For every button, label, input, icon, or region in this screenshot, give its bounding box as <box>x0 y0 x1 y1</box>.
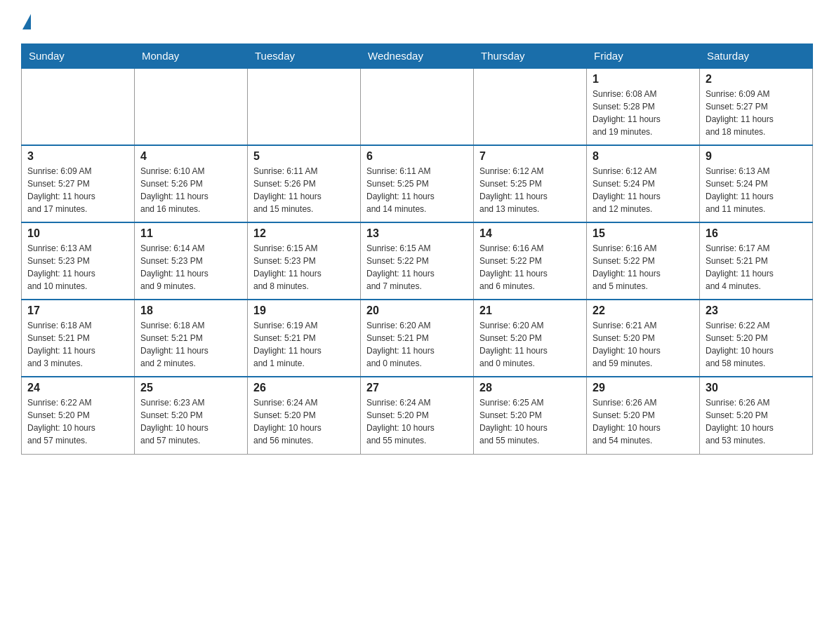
day-number: 16 <box>706 227 807 240</box>
weekday-header-sunday: Sunday <box>22 44 135 69</box>
day-number: 29 <box>593 382 694 394</box>
day-info: Sunrise: 6:23 AM Sunset: 5:20 PM Dayligh… <box>140 396 241 447</box>
day-number: 2 <box>706 73 807 86</box>
day-info: Sunrise: 6:26 AM Sunset: 5:20 PM Dayligh… <box>593 396 694 447</box>
day-info: Sunrise: 6:16 AM Sunset: 5:22 PM Dayligh… <box>479 242 581 293</box>
day-number: 6 <box>366 150 468 163</box>
day-number: 4 <box>140 150 241 163</box>
day-number: 28 <box>479 382 581 394</box>
calendar-cell: 14Sunrise: 6:16 AM Sunset: 5:22 PM Dayli… <box>474 222 587 300</box>
calendar-cell: 25Sunrise: 6:23 AM Sunset: 5:20 PM Dayli… <box>135 377 248 454</box>
week-row-1: 1Sunrise: 6:08 AM Sunset: 5:28 PM Daylig… <box>22 68 813 145</box>
calendar-cell: 23Sunrise: 6:22 AM Sunset: 5:20 PM Dayli… <box>700 300 813 377</box>
day-info: Sunrise: 6:22 AM Sunset: 5:20 PM Dayligh… <box>27 396 128 447</box>
day-info: Sunrise: 6:22 AM Sunset: 5:20 PM Dayligh… <box>706 319 807 370</box>
calendar-cell <box>474 68 587 145</box>
day-info: Sunrise: 6:18 AM Sunset: 5:21 PM Dayligh… <box>140 319 241 370</box>
weekday-header-thursday: Thursday <box>474 44 587 69</box>
calendar-cell <box>248 68 361 145</box>
week-row-4: 17Sunrise: 6:18 AM Sunset: 5:21 PM Dayli… <box>22 300 813 377</box>
day-number: 3 <box>27 150 128 163</box>
calendar-cell: 18Sunrise: 6:18 AM Sunset: 5:21 PM Dayli… <box>135 300 248 377</box>
day-number: 8 <box>593 150 694 163</box>
week-row-2: 3Sunrise: 6:09 AM Sunset: 5:27 PM Daylig… <box>22 145 813 222</box>
day-info: Sunrise: 6:24 AM Sunset: 5:20 PM Dayligh… <box>366 396 468 447</box>
calendar-cell: 17Sunrise: 6:18 AM Sunset: 5:21 PM Dayli… <box>22 300 135 377</box>
day-number: 13 <box>366 227 468 240</box>
day-number: 17 <box>27 304 128 317</box>
calendar-cell: 5Sunrise: 6:11 AM Sunset: 5:26 PM Daylig… <box>248 145 361 222</box>
day-number: 30 <box>706 382 807 394</box>
day-info: Sunrise: 6:13 AM Sunset: 5:24 PM Dayligh… <box>706 165 807 215</box>
day-number: 1 <box>593 73 694 86</box>
day-number: 24 <box>27 382 128 394</box>
day-number: 26 <box>253 382 355 394</box>
day-number: 22 <box>593 304 694 317</box>
day-info: Sunrise: 6:12 AM Sunset: 5:25 PM Dayligh… <box>479 165 581 215</box>
day-number: 21 <box>479 304 581 317</box>
day-info: Sunrise: 6:26 AM Sunset: 5:20 PM Dayligh… <box>706 396 807 447</box>
calendar-cell: 21Sunrise: 6:20 AM Sunset: 5:20 PM Dayli… <box>474 300 587 377</box>
calendar-cell: 11Sunrise: 6:14 AM Sunset: 5:23 PM Dayli… <box>135 222 248 300</box>
calendar-cell: 15Sunrise: 6:16 AM Sunset: 5:22 PM Dayli… <box>587 222 700 300</box>
day-number: 10 <box>27 227 128 240</box>
day-number: 14 <box>479 227 581 240</box>
day-info: Sunrise: 6:13 AM Sunset: 5:23 PM Dayligh… <box>27 242 128 293</box>
week-row-3: 10Sunrise: 6:13 AM Sunset: 5:23 PM Dayli… <box>22 222 813 300</box>
calendar-cell: 13Sunrise: 6:15 AM Sunset: 5:22 PM Dayli… <box>361 222 474 300</box>
day-info: Sunrise: 6:21 AM Sunset: 5:20 PM Dayligh… <box>593 319 694 370</box>
day-number: 12 <box>253 227 355 240</box>
day-number: 5 <box>253 150 355 163</box>
day-info: Sunrise: 6:17 AM Sunset: 5:21 PM Dayligh… <box>706 242 807 293</box>
day-info: Sunrise: 6:20 AM Sunset: 5:20 PM Dayligh… <box>479 319 581 370</box>
day-number: 23 <box>706 304 807 317</box>
calendar-cell: 4Sunrise: 6:10 AM Sunset: 5:26 PM Daylig… <box>135 145 248 222</box>
day-number: 9 <box>706 150 807 163</box>
day-info: Sunrise: 6:11 AM Sunset: 5:26 PM Dayligh… <box>253 165 355 215</box>
weekday-header-saturday: Saturday <box>700 44 813 69</box>
weekday-header-monday: Monday <box>135 44 248 69</box>
day-number: 19 <box>253 304 355 317</box>
day-info: Sunrise: 6:10 AM Sunset: 5:26 PM Dayligh… <box>140 165 241 215</box>
day-number: 27 <box>366 382 468 394</box>
day-number: 25 <box>140 382 241 394</box>
calendar-cell: 29Sunrise: 6:26 AM Sunset: 5:20 PM Dayli… <box>587 377 700 454</box>
day-info: Sunrise: 6:15 AM Sunset: 5:23 PM Dayligh… <box>253 242 355 293</box>
day-info: Sunrise: 6:15 AM Sunset: 5:22 PM Dayligh… <box>366 242 468 293</box>
calendar-cell: 9Sunrise: 6:13 AM Sunset: 5:24 PM Daylig… <box>700 145 813 222</box>
calendar-cell: 20Sunrise: 6:20 AM Sunset: 5:21 PM Dayli… <box>361 300 474 377</box>
day-info: Sunrise: 6:25 AM Sunset: 5:20 PM Dayligh… <box>479 396 581 447</box>
calendar-cell: 2Sunrise: 6:09 AM Sunset: 5:27 PM Daylig… <box>700 68 813 145</box>
calendar-cell: 3Sunrise: 6:09 AM Sunset: 5:27 PM Daylig… <box>22 145 135 222</box>
day-info: Sunrise: 6:09 AM Sunset: 5:27 PM Dayligh… <box>706 88 807 138</box>
day-info: Sunrise: 6:09 AM Sunset: 5:27 PM Dayligh… <box>27 165 128 215</box>
calendar-cell: 16Sunrise: 6:17 AM Sunset: 5:21 PM Dayli… <box>700 222 813 300</box>
day-info: Sunrise: 6:24 AM Sunset: 5:20 PM Dayligh… <box>253 396 355 447</box>
logo <box>21 14 31 29</box>
calendar-cell: 22Sunrise: 6:21 AM Sunset: 5:20 PM Dayli… <box>587 300 700 377</box>
calendar-table: SundayMondayTuesdayWednesdayThursdayFrid… <box>21 43 813 455</box>
day-info: Sunrise: 6:12 AM Sunset: 5:24 PM Dayligh… <box>593 165 694 215</box>
calendar-cell: 8Sunrise: 6:12 AM Sunset: 5:24 PM Daylig… <box>587 145 700 222</box>
calendar-cell: 7Sunrise: 6:12 AM Sunset: 5:25 PM Daylig… <box>474 145 587 222</box>
day-info: Sunrise: 6:20 AM Sunset: 5:21 PM Dayligh… <box>366 319 468 370</box>
day-number: 18 <box>140 304 241 317</box>
day-number: 11 <box>140 227 241 240</box>
day-info: Sunrise: 6:08 AM Sunset: 5:28 PM Dayligh… <box>593 88 694 138</box>
page-header <box>21 14 813 29</box>
calendar-cell: 10Sunrise: 6:13 AM Sunset: 5:23 PM Dayli… <box>22 222 135 300</box>
weekday-header-wednesday: Wednesday <box>361 44 474 69</box>
weekday-header-friday: Friday <box>587 44 700 69</box>
calendar-cell <box>135 68 248 145</box>
calendar-cell: 26Sunrise: 6:24 AM Sunset: 5:20 PM Dayli… <box>248 377 361 454</box>
calendar-cell: 6Sunrise: 6:11 AM Sunset: 5:25 PM Daylig… <box>361 145 474 222</box>
calendar-cell: 27Sunrise: 6:24 AM Sunset: 5:20 PM Dayli… <box>361 377 474 454</box>
day-info: Sunrise: 6:18 AM Sunset: 5:21 PM Dayligh… <box>27 319 128 370</box>
day-number: 15 <box>593 227 694 240</box>
day-number: 7 <box>479 150 581 163</box>
week-row-5: 24Sunrise: 6:22 AM Sunset: 5:20 PM Dayli… <box>22 377 813 454</box>
calendar-cell: 19Sunrise: 6:19 AM Sunset: 5:21 PM Dayli… <box>248 300 361 377</box>
calendar-cell: 1Sunrise: 6:08 AM Sunset: 5:28 PM Daylig… <box>587 68 700 145</box>
calendar-cell <box>22 68 135 145</box>
day-info: Sunrise: 6:11 AM Sunset: 5:25 PM Dayligh… <box>366 165 468 215</box>
